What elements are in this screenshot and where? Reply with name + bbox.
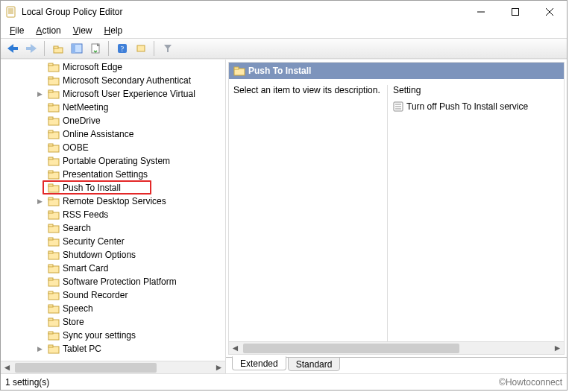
tree-item[interactable]: ▶Shutdown Options — [3, 248, 223, 262]
svg-rect-36 — [48, 184, 53, 186]
tab-extended[interactable]: Extended — [232, 356, 286, 370]
tree-item[interactable]: ▶Speech — [3, 302, 223, 315]
folder-icon — [48, 129, 60, 139]
setting-item[interactable]: Turn off Push To Install service — [393, 100, 559, 113]
policy-icon — [393, 101, 403, 112]
folder-icon — [48, 250, 60, 260]
tree-item[interactable]: ▶RSS Feeds — [3, 208, 223, 221]
tree-item[interactable]: ▶Smart Card — [3, 262, 223, 275]
filter-button[interactable] — [159, 40, 176, 57]
extended-view: Select an item to view its description. … — [229, 79, 564, 341]
folder-icon — [48, 116, 60, 126]
tree-item[interactable]: ▶Microsoft Secondary Authenticat — [3, 74, 223, 87]
scroll-right-arrow[interactable]: ► — [213, 362, 225, 373]
tree-item[interactable]: ▶Sync your settings — [3, 329, 223, 342]
setting-label: Turn off Push To Install service — [406, 101, 528, 112]
export-list[interactable] — [87, 40, 104, 57]
folder-icon — [48, 236, 60, 247]
svg-rect-58 — [48, 332, 53, 334]
scroll-left-arrow[interactable]: ◄ — [229, 343, 242, 354]
scroll-thumb[interactable] — [15, 363, 157, 373]
svg-rect-20 — [48, 77, 53, 79]
maximize-button[interactable] — [498, 1, 532, 23]
svg-rect-28 — [48, 130, 53, 133]
forward-button[interactable] — [22, 40, 40, 57]
tree-item-label: Shutdown Options — [63, 250, 136, 260]
titlebar: Local Group Policy Editor — [1, 1, 567, 23]
tree-item[interactable]: ▶Microsoft User Experience Virtual — [3, 87, 223, 101]
watermark-text: ©Howtoconnect — [499, 377, 562, 388]
close-button[interactable] — [532, 1, 567, 23]
tree-item[interactable]: ▶NetMeeting — [3, 101, 223, 114]
content-area: ▶Microsoft Edge▶Microsoft Secondary Auth… — [1, 59, 567, 373]
tree-item[interactable]: ▶Tablet PC — [3, 342, 223, 355]
tree-item[interactable]: ▶Portable Operating System — [3, 154, 223, 168]
tree-item[interactable]: ▶Presentation Settings — [3, 168, 223, 181]
scroll-left-arrow[interactable]: ◄ — [1, 362, 13, 373]
tree-item-label: Sync your settings — [63, 330, 136, 341]
svg-rect-6 — [512, 9, 519, 16]
folder-icon — [233, 66, 245, 76]
tree-item[interactable]: ▶OneDrive — [3, 114, 223, 127]
tree-item[interactable]: ▶Sound Recorder — [3, 288, 223, 302]
tree-item-label: Remote Desktop Services — [63, 196, 166, 206]
toolbar: ? — [1, 38, 567, 59]
tab-standard[interactable]: Standard — [288, 357, 341, 371]
description-column: Select an item to view its description. — [233, 85, 383, 335]
folder-icon — [48, 183, 60, 193]
expand-chevron-icon[interactable]: ▶ — [34, 197, 45, 205]
category-title: Push To Install — [248, 66, 311, 76]
folder-icon — [48, 196, 60, 206]
folder-icon — [48, 303, 60, 314]
up-button[interactable] — [49, 40, 66, 57]
svg-rect-34 — [48, 171, 53, 173]
app-icon — [5, 6, 17, 18]
folder-icon — [48, 330, 60, 341]
tree-item[interactable]: ▶Security Center — [3, 235, 223, 248]
svg-rect-56 — [48, 318, 53, 320]
svg-rect-16 — [137, 45, 145, 51]
tree-item-label: Portable Operating System — [63, 156, 170, 166]
menu-file[interactable]: File — [4, 24, 30, 37]
expand-chevron-icon[interactable]: ▶ — [34, 345, 45, 353]
svg-rect-10 — [54, 46, 58, 48]
view-tabs: Extended Standard — [226, 357, 567, 373]
expand-chevron-icon[interactable]: ▶ — [34, 90, 45, 98]
scroll-right-arrow[interactable]: ► — [551, 343, 564, 354]
menu-action[interactable]: Action — [30, 24, 66, 37]
svg-rect-22 — [48, 90, 53, 92]
tree-item[interactable]: ▶Store — [3, 315, 223, 329]
folder-icon — [48, 290, 60, 300]
tree-item[interactable]: ▶Remote Desktop Services — [3, 195, 223, 208]
tree-item[interactable]: ▶Search — [3, 221, 223, 235]
tree-item[interactable]: ▶Online Assistance — [3, 127, 223, 141]
folder-icon — [48, 263, 60, 274]
settings-column-header: Setting — [393, 85, 559, 95]
svg-rect-60 — [48, 345, 53, 347]
tree-item[interactable]: ▶Software Protection Platform — [3, 275, 223, 288]
scroll-thumb[interactable] — [243, 344, 459, 353]
svg-rect-48 — [48, 265, 53, 267]
minimize-button[interactable] — [464, 1, 498, 23]
show-hide-tree[interactable] — [68, 40, 85, 57]
svg-rect-46 — [48, 251, 53, 253]
folder-icon — [48, 102, 60, 113]
tree-item-label: Sound Recorder — [63, 290, 128, 300]
help-button[interactable]: ? — [113, 40, 131, 57]
folder-icon — [48, 169, 60, 180]
tree-view[interactable]: ▶Microsoft Edge▶Microsoft Secondary Auth… — [3, 62, 223, 358]
properties-button[interactable] — [132, 40, 149, 57]
tree-item[interactable]: ▶OOBE — [3, 141, 223, 154]
menu-view[interactable]: View — [67, 24, 98, 37]
tree-horizontal-scrollbar[interactable]: ◄ ► — [1, 361, 225, 373]
svg-rect-24 — [48, 104, 53, 106]
separator — [108, 41, 109, 56]
details-horizontal-scrollbar[interactable]: ◄ ► — [229, 341, 564, 354]
window-frame: Local Group Policy Editor File Action Vi… — [0, 0, 568, 391]
back-button[interactable] — [4, 40, 21, 57]
tree-item[interactable]: ▶Microsoft Edge — [3, 62, 223, 74]
details-pane: Push To Install Select an item to view i… — [226, 60, 567, 373]
tree-item[interactable]: ▶Push To Install — [3, 181, 223, 195]
description-text: Select an item to view its description. — [233, 85, 383, 95]
menu-help[interactable]: Help — [98, 24, 129, 37]
